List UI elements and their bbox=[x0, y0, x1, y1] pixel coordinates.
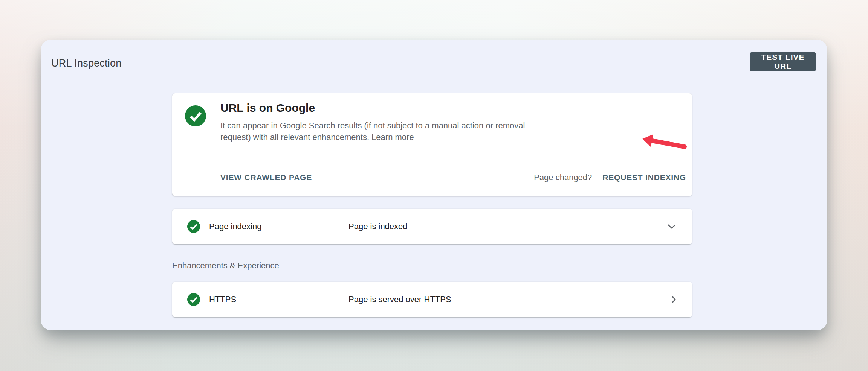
chevron-down-icon[interactable] bbox=[667, 224, 676, 229]
check-circle-icon bbox=[187, 220, 200, 233]
page-changed-label: Page changed? bbox=[534, 173, 592, 182]
row-label: Page indexing bbox=[209, 222, 348, 231]
page-indexing-row[interactable]: Page indexing Page is indexed bbox=[172, 209, 692, 244]
result-actions-bar: VIEW CRAWLED PAGE Page changed? REQUEST … bbox=[172, 159, 692, 196]
url-status-card: URL is on Google It can appear in Google… bbox=[172, 93, 692, 196]
learn-more-link[interactable]: Learn more bbox=[371, 132, 414, 142]
request-indexing-button[interactable]: REQUEST INDEXING bbox=[602, 173, 686, 182]
check-circle-icon bbox=[185, 105, 206, 126]
chevron-right-icon[interactable] bbox=[671, 295, 676, 304]
row-label: HTTPS bbox=[209, 295, 348, 304]
section-label-enhancements: Enhancements & Experience bbox=[172, 261, 279, 271]
actions-right-group: Page changed? REQUEST INDEXING bbox=[534, 173, 686, 182]
row-status: Page is indexed bbox=[348, 222, 667, 231]
test-live-url-button[interactable]: TEST LIVE URL bbox=[750, 52, 816, 71]
https-row[interactable]: HTTPS Page is served over HTTPS bbox=[172, 282, 692, 317]
check-circle-icon bbox=[187, 293, 200, 306]
row-status: Page is served over HTTPS bbox=[348, 295, 671, 304]
page-title: URL Inspection bbox=[51, 58, 121, 69]
url-inspection-panel: URL Inspection TEST LIVE URL URL is on G… bbox=[41, 40, 827, 330]
url-status-title: URL is on Google bbox=[220, 102, 315, 114]
url-status-description: It can appear in Google Search results (… bbox=[220, 120, 544, 143]
view-crawled-page-button[interactable]: VIEW CRAWLED PAGE bbox=[220, 173, 312, 182]
